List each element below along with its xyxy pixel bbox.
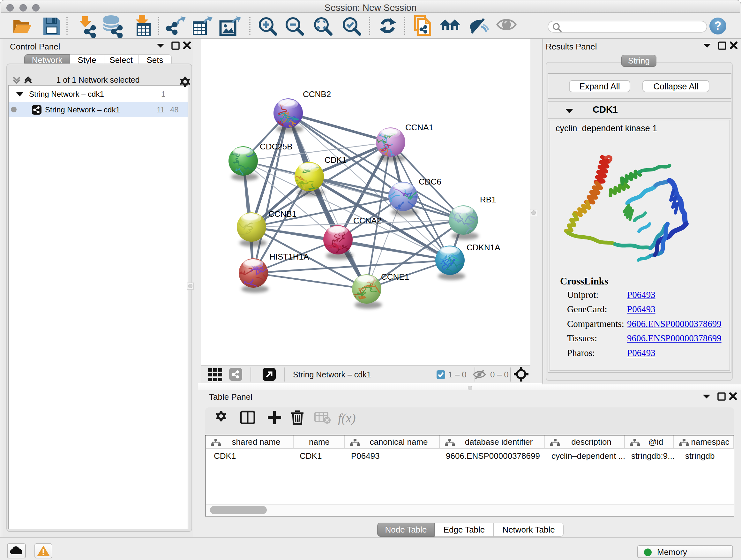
svg-text:CDC25B: CDC25B xyxy=(260,142,293,151)
svg-text:CCNB1: CCNB1 xyxy=(268,209,296,219)
svg-text:CDKN1A: CDKN1A xyxy=(467,243,500,252)
svg-text:CDK1: CDK1 xyxy=(325,155,347,165)
svg-text:HIST1H1A: HIST1H1A xyxy=(269,252,309,261)
svg-text:RB1: RB1 xyxy=(480,195,496,204)
svg-text:1 – 0: 1 – 0 xyxy=(448,370,467,379)
svg-text:CDC6: CDC6 xyxy=(419,177,441,186)
svg-text:CCNB2: CCNB2 xyxy=(303,89,331,99)
svg-text:f(x): f(x) xyxy=(338,411,356,425)
svg-text:0 – 0: 0 – 0 xyxy=(490,370,509,379)
svg-text:CCNA1: CCNA1 xyxy=(405,123,433,132)
svg-text:String Network – cdk1: String Network – cdk1 xyxy=(293,370,371,379)
svg-text:CCNE1: CCNE1 xyxy=(381,272,409,282)
svg-text:CCNA2: CCNA2 xyxy=(353,216,381,226)
